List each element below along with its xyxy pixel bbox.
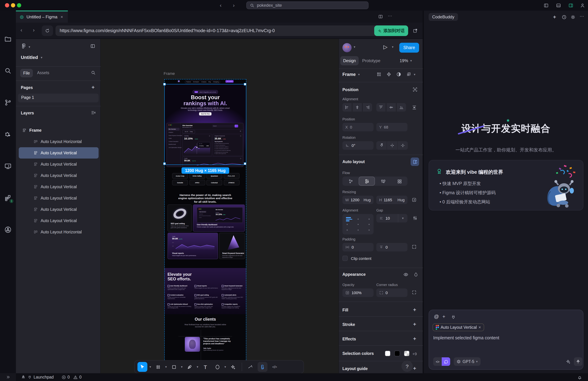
model-selector[interactable]: GPT-5 ▾: [454, 357, 481, 366]
search-panel-icon[interactable]: [4, 67, 12, 75]
debug-icon[interactable]: [4, 131, 12, 138]
zoom-control[interactable]: 19% ▾: [400, 58, 412, 63]
horizontal-padding-input[interactable]: 0: [342, 243, 374, 251]
browser-reload-button[interactable]: [42, 25, 53, 36]
split-editor-icon[interactable]: [378, 14, 383, 19]
layer-auto-layout-horizontal-1[interactable]: Auto Layout Horizontal: [34, 136, 99, 147]
account-icon[interactable]: [580, 3, 585, 8]
enhance-prompt-icon[interactable]: [564, 357, 572, 366]
pen-tool-chevron-icon[interactable]: ▾: [197, 365, 198, 369]
align-right-button[interactable]: [363, 103, 372, 112]
file-name[interactable]: Untitled: [21, 55, 38, 60]
tab-design[interactable]: Design: [340, 56, 359, 65]
blend-mode-icon[interactable]: [413, 272, 418, 277]
align-left-button[interactable]: [342, 103, 352, 112]
project-search-input[interactable]: pokedex_site: [246, 1, 369, 9]
align-h-center-button[interactable]: [353, 103, 362, 112]
gap-dropdown[interactable]: ▾: [398, 214, 407, 222]
shape-tool-button[interactable]: [169, 362, 179, 372]
panel-more-icon[interactable]: …: [580, 12, 584, 18]
figma-canvas[interactable]: Frame Features Developers Company Blog C…: [101, 39, 338, 373]
present-chevron-icon[interactable]: ▾: [392, 45, 394, 49]
file-name-chevron-icon[interactable]: ▾: [41, 56, 42, 59]
toggle-left-panel-icon[interactable]: [544, 3, 549, 8]
frame-tool-chevron-icon[interactable]: ▾: [165, 365, 167, 369]
zoom-window-button[interactable]: [17, 3, 21, 7]
collapse-panel-button[interactable]: [0, 373, 16, 381]
collapse-sidebar-icon[interactable]: [90, 43, 95, 49]
rotation-input[interactable]: 0°: [342, 141, 374, 150]
url-input[interactable]: https://www.figma.com/design/nNNNFAsnF5x…: [56, 25, 386, 36]
frame-focus-icon[interactable]: [412, 87, 418, 92]
context-tag-close-icon[interactable]: ×: [479, 325, 481, 329]
alignment-pad[interactable]: [342, 214, 374, 235]
layer-auto-layout-vertical-6[interactable]: Auto Layout Vertical: [34, 204, 99, 215]
width-mode[interactable]: Hug: [364, 198, 371, 202]
user-avatar[interactable]: [342, 43, 352, 52]
mask-icon[interactable]: [396, 72, 401, 77]
layer-auto-layout-vertical-7[interactable]: Auto Layout Vertical: [34, 215, 99, 226]
element-type[interactable]: Frame: [342, 72, 356, 77]
flow-vertical-button-selected[interactable]: [359, 177, 375, 186]
text-tool-button[interactable]: T: [200, 362, 210, 372]
open-external-button[interactable]: [410, 25, 420, 36]
flip-horizontal-button[interactable]: [387, 141, 397, 150]
toggle-bottom-panel-icon[interactable]: [556, 3, 561, 8]
chat-message-text[interactable]: Implement selected figma content: [433, 336, 499, 341]
component-icon[interactable]: [376, 72, 382, 77]
minimize-window-button[interactable]: [11, 3, 15, 7]
rotate-90-button[interactable]: [376, 141, 387, 150]
corner-radius-input[interactable]: 0: [376, 288, 407, 297]
distribute-icon[interactable]: [412, 105, 417, 110]
flow-grid-button[interactable]: [391, 177, 407, 186]
add-layout-guide-icon[interactable]: +: [413, 365, 416, 371]
height-mode[interactable]: Hug: [398, 198, 405, 202]
code-mode-button[interactable]: </>: [270, 362, 279, 372]
tab-prototype[interactable]: Prototype: [362, 58, 380, 63]
add-effect-icon[interactable]: +: [413, 336, 416, 341]
tab-file[interactable]: File: [20, 69, 33, 77]
context-tag-auto-layout-vertical[interactable]: Auto Layout Vertical ×: [433, 323, 484, 331]
y-position-input[interactable]: Y68: [376, 123, 407, 131]
attach-plus-icon[interactable]: +: [442, 314, 445, 319]
individual-padding-icon[interactable]: [412, 244, 417, 249]
share-network-icon[interactable]: [4, 226, 12, 233]
explorer-icon[interactable]: [4, 35, 12, 43]
add-fill-icon[interactable]: +: [413, 306, 416, 313]
settings-gear-icon[interactable]: [570, 15, 576, 20]
mcp-plug-icon[interactable]: [451, 315, 456, 320]
visibility-eye-icon[interactable]: [403, 272, 408, 277]
chat-history-icon[interactable]: [562, 15, 567, 20]
browser-back-button[interactable]: ‹: [21, 27, 22, 33]
align-v-center-button[interactable]: [387, 103, 396, 112]
move-tool-button[interactable]: [137, 362, 147, 372]
auto-layout-active-toggle[interactable]: [411, 158, 419, 166]
selection-color-transparent[interactable]: [404, 351, 410, 356]
instance-icon[interactable]: [406, 72, 411, 77]
new-chat-icon[interactable]: +: [553, 14, 556, 20]
x-position-input[interactable]: X0: [342, 123, 374, 131]
clip-content-checkbox[interactable]: [342, 256, 348, 261]
extensions-icon[interactable]: 1: [4, 194, 12, 202]
tab-close-icon[interactable]: ×: [61, 15, 63, 20]
ai-actions-button[interactable]: [228, 362, 238, 372]
collapse-layers-icon[interactable]: [91, 110, 96, 115]
clip-content-label[interactable]: Clip content: [351, 256, 371, 261]
figma-menu-chevron-icon[interactable]: ▾: [29, 45, 30, 49]
selection-color-white[interactable]: [385, 351, 390, 356]
advanced-layout-icon[interactable]: [412, 215, 418, 221]
selection-handle[interactable]: [163, 162, 166, 165]
layer-frame-root[interactable]: Frame: [22, 125, 99, 136]
widget-icon[interactable]: [386, 72, 392, 77]
mention-icon[interactable]: @: [434, 314, 439, 319]
history-back-button[interactable]: ‹: [220, 2, 222, 8]
individual-corners-icon[interactable]: [412, 290, 417, 295]
flow-freeform-button[interactable]: [342, 177, 359, 186]
code-mode-toggle[interactable]: <>: [433, 357, 442, 366]
add-stroke-icon[interactable]: +: [413, 321, 416, 327]
send-button[interactable]: [574, 357, 582, 366]
tab-assets[interactable]: Assets: [37, 71, 49, 75]
source-control-icon[interactable]: [4, 99, 12, 106]
height-input[interactable]: H1165 Hug: [376, 196, 407, 204]
toggle-right-panel-icon[interactable]: [568, 3, 573, 8]
